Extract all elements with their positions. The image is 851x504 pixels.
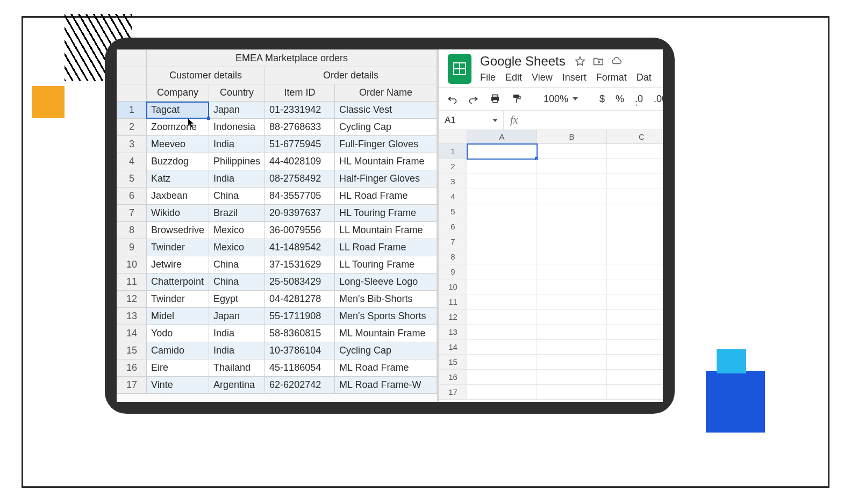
cell-item[interactable]: 04-4281278 <box>265 291 335 308</box>
gs-cell[interactable] <box>467 249 537 264</box>
cell-item[interactable]: 55-1711908 <box>265 308 335 325</box>
gs-cell[interactable] <box>467 385 537 400</box>
cell-item[interactable]: 51-6775945 <box>265 136 335 153</box>
gs-row-header[interactable]: 1 <box>439 144 467 159</box>
cell-company[interactable]: Browsedrive <box>146 222 209 239</box>
table-row[interactable]: 10JetwireChina37-1531629LL Touring Frame <box>117 256 437 273</box>
cell-country[interactable]: China <box>209 188 265 205</box>
print-icon[interactable] <box>490 93 500 104</box>
col-header-item[interactable]: Item ID <box>265 84 335 102</box>
gs-cell[interactable] <box>537 355 607 370</box>
gs-cell[interactable] <box>467 370 537 385</box>
gs-row-header[interactable]: 6 <box>439 219 467 234</box>
menu-format[interactable]: Format <box>596 72 627 83</box>
cell-company[interactable]: Jaxbean <box>146 188 209 205</box>
gs-cell[interactable] <box>467 325 537 340</box>
cell-order[interactable]: LL Mountain Frame <box>335 222 437 239</box>
cell-country[interactable]: Japan <box>209 308 265 325</box>
table-row[interactable]: 11ChatterpointChina25-5083429Long-Sleeve… <box>117 273 437 291</box>
gs-cell[interactable] <box>607 340 663 355</box>
gs-cell[interactable] <box>607 234 663 249</box>
gs-row-header[interactable]: 5 <box>439 204 467 219</box>
gs-cell[interactable] <box>467 159 537 174</box>
gs-cell[interactable] <box>607 264 663 279</box>
gs-cell[interactable] <box>537 249 607 264</box>
cell-country[interactable]: Brazil <box>209 205 265 222</box>
cell-country[interactable]: Mexico <box>209 222 265 239</box>
table-row[interactable]: 4BuzzdogPhilippines44-4028109HL Mountain… <box>117 153 437 170</box>
cell-order[interactable]: ML Mountain Frame <box>335 325 437 342</box>
cell-country[interactable]: Philippines <box>209 153 265 170</box>
table-row[interactable]: 6JaxbeanChina84-3557705HL Road Frame <box>117 188 437 205</box>
gs-row-header[interactable]: 17 <box>439 385 467 400</box>
table-row[interactable]: 12TwinderEgypt04-4281278Men's Bib-Shorts <box>117 291 437 308</box>
cell-order[interactable]: Full-Finger Gloves <box>335 136 437 153</box>
gs-row-header[interactable]: 12 <box>439 309 467 325</box>
table-row[interactable]: 16EireThailand45-1186054ML Road Frame <box>117 359 437 377</box>
cell-company[interactable]: Yodo <box>146 325 209 342</box>
gs-row-header[interactable]: 3 <box>439 174 467 189</box>
cell-company[interactable]: Camido <box>146 342 209 359</box>
gs-cell[interactable] <box>467 204 537 219</box>
gs-cell[interactable] <box>537 219 607 234</box>
cell-country[interactable]: China <box>209 273 265 291</box>
gs-cell[interactable] <box>607 174 663 189</box>
cell-item[interactable]: 20-9397637 <box>265 205 335 222</box>
gs-cell[interactable] <box>537 159 607 174</box>
cell-country[interactable]: Mexico <box>209 239 265 256</box>
format-decrease-decimal-button[interactable]: .0← <box>635 93 643 105</box>
gs-row-header[interactable]: 11 <box>439 294 467 309</box>
redo-icon[interactable] <box>468 93 479 104</box>
gs-cell[interactable] <box>537 234 607 249</box>
gs-cell[interactable] <box>607 325 663 340</box>
gs-cell[interactable] <box>537 370 607 385</box>
menu-edit[interactable]: Edit <box>505 72 522 83</box>
gs-row-header[interactable]: 10 <box>439 279 467 294</box>
gs-cell[interactable] <box>607 279 663 294</box>
table-row[interactable]: 14YodoIndia58-8360815ML Mountain Frame <box>117 325 437 342</box>
star-icon[interactable] <box>574 55 586 67</box>
gs-row-header[interactable]: 4 <box>439 189 467 204</box>
gs-cell[interactable] <box>467 189 537 204</box>
menu-insert[interactable]: Insert <box>562 72 587 83</box>
format-percent-button[interactable]: % <box>616 93 624 105</box>
orders-table[interactable]: EMEA Marketplace orders Customer details… <box>117 49 437 394</box>
gs-cell[interactable] <box>607 355 663 370</box>
gs-cell[interactable] <box>537 385 607 400</box>
table-row[interactable]: 1TagcatJapan01-2331942Classic Vest <box>117 102 437 119</box>
gs-cell[interactable] <box>607 370 663 385</box>
gs-cell[interactable] <box>467 279 537 294</box>
cell-order[interactable]: Men's Bib-Shorts <box>335 291 437 308</box>
cell-order[interactable]: ML Road Frame <box>335 359 437 377</box>
col-header-B[interactable]: B <box>537 130 607 144</box>
cell-item[interactable]: 25-5083429 <box>265 273 335 291</box>
format-increase-decimal-button[interactable]: .00 <box>654 93 663 105</box>
paint-format-icon[interactable] <box>511 93 522 104</box>
cell-item[interactable]: 44-4028109 <box>265 153 335 170</box>
menu-view[interactable]: View <box>532 72 553 83</box>
gs-cell[interactable] <box>537 264 607 279</box>
sheets-logo-icon[interactable] <box>448 54 471 84</box>
gs-cell[interactable] <box>607 294 663 309</box>
cell-company[interactable]: Eire <box>146 359 209 377</box>
row-number[interactable]: 8 <box>117 222 147 239</box>
gs-cell[interactable] <box>537 309 607 325</box>
cell-company[interactable]: Jetwire <box>146 256 209 273</box>
table-row[interactable]: 8BrowsedriveMexico36-0079556LL Mountain … <box>117 222 437 239</box>
row-number[interactable]: 12 <box>117 291 147 308</box>
cell-item[interactable]: 84-3557705 <box>265 188 335 205</box>
cloud-status-icon[interactable] <box>611 55 623 67</box>
cell-country[interactable]: Thailand <box>209 359 265 377</box>
table-row[interactable]: 15CamidoIndia10-3786104Cycling Cap <box>117 342 437 359</box>
gs-row-header[interactable]: 8 <box>439 249 467 264</box>
cell-item[interactable]: 10-3786104 <box>265 342 335 359</box>
cell-item[interactable]: 08-2758492 <box>265 170 335 188</box>
gs-cell[interactable] <box>607 219 663 234</box>
gs-row-header[interactable]: 2 <box>439 159 467 174</box>
name-box[interactable]: A1 <box>439 111 504 129</box>
table-row[interactable]: 13MidelJapan55-1711908Men's Sports Short… <box>117 308 437 325</box>
cell-company[interactable]: Meeveo <box>146 136 209 153</box>
gs-row-header[interactable]: 15 <box>439 355 467 370</box>
cell-company[interactable]: Wikido <box>146 205 209 222</box>
gs-cell[interactable] <box>467 174 537 189</box>
